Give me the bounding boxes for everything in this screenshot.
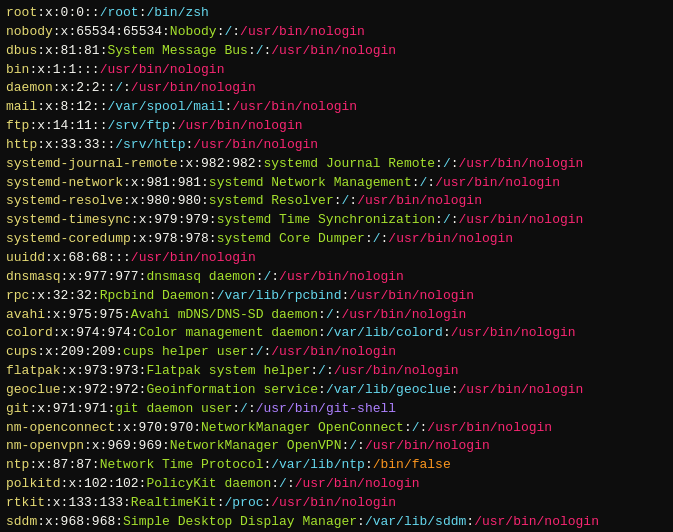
terminal-line-sddm: sddm:x:968:968:Simple Desktop Display Ma… [6, 513, 667, 532]
terminal-line-polkitd: polkitd:x:102:102:PolicyKit daemon:/:/us… [6, 475, 667, 494]
terminal-line-geoclue: geoclue:x:972:972:Geoinformation service… [6, 381, 667, 400]
terminal: root:x:0:0::/root:/bin/zshnobody:x:65534… [0, 0, 673, 532]
terminal-line-nm-openconnect: nm-openconnect:x:970:970:NetworkManager … [6, 419, 667, 438]
terminal-line-cups: cups:x:209:209:cups helper user:/:/usr/b… [6, 343, 667, 362]
terminal-line-dnsmasq: dnsmasq:x:977:977:dnsmasq daemon:/:/usr/… [6, 268, 667, 287]
terminal-line-nobody: nobody:x:65534:65534:Nobody:/:/usr/bin/n… [6, 23, 667, 42]
terminal-line-systemd-resolve: systemd-resolve:x:980:980:systemd Resolv… [6, 192, 667, 211]
terminal-line-rtkit: rtkit:x:133:133:RealtimeKit:/proc:/usr/b… [6, 494, 667, 513]
terminal-line-ntp: ntp:x:87:87:Network Time Protocol:/var/l… [6, 456, 667, 475]
terminal-line-avahi: avahi:x:975:975:Avahi mDNS/DNS-SD daemon… [6, 306, 667, 325]
terminal-line-dbus: dbus:x:81:81:System Message Bus:/:/usr/b… [6, 42, 667, 61]
terminal-line-systemd-journal-remote: systemd-journal-remote:x:982:982:systemd… [6, 155, 667, 174]
terminal-line-mail: mail:x:8:12::/var/spool/mail:/usr/bin/no… [6, 98, 667, 117]
terminal-line-daemon: daemon:x:2:2::/:/usr/bin/nologin [6, 79, 667, 98]
terminal-line-systemd-timesync: systemd-timesync:x:979:979:systemd Time … [6, 211, 667, 230]
terminal-line-ftp: ftp:x:14:11::/srv/ftp:/usr/bin/nologin [6, 117, 667, 136]
terminal-line-flatpak: flatpak:x:973:973:Flatpak system helper:… [6, 362, 667, 381]
terminal-line-root: root:x:0:0::/root:/bin/zsh [6, 4, 667, 23]
terminal-line-colord: colord:x:974:974:Color management daemon… [6, 324, 667, 343]
terminal-line-git: git:x:971:971:git daemon user:/:/usr/bin… [6, 400, 667, 419]
terminal-line-http: http:x:33:33::/srv/http:/usr/bin/nologin [6, 136, 667, 155]
terminal-line-systemd-coredump: systemd-coredump:x:978:978:systemd Core … [6, 230, 667, 249]
terminal-line-uuidd: uuidd:x:68:68:::/usr/bin/nologin [6, 249, 667, 268]
terminal-line-nm-openvpn: nm-openvpn:x:969:969:NetworkManager Open… [6, 437, 667, 456]
terminal-line-systemd-network: systemd-network:x:981:981:systemd Networ… [6, 174, 667, 193]
terminal-line-rpc: rpc:x:32:32:Rpcbind Daemon:/var/lib/rpcb… [6, 287, 667, 306]
terminal-line-bin: bin:x:1:1:::/usr/bin/nologin [6, 61, 667, 80]
